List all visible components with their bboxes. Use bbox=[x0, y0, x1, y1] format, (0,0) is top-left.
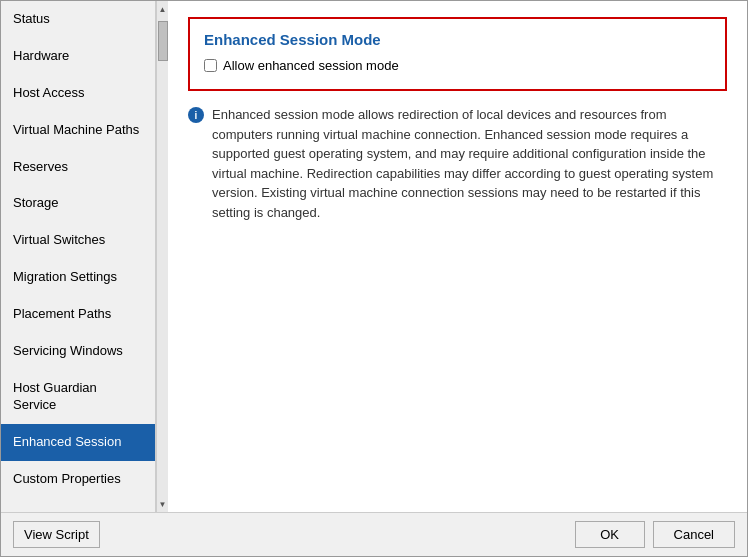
sidebar-item-storage[interactable]: Storage bbox=[1, 185, 155, 222]
sidebar-scrollbar[interactable]: ▲ ▼ bbox=[156, 1, 168, 512]
sidebar-item-reserves[interactable]: Reserves bbox=[1, 149, 155, 186]
info-icon: i bbox=[188, 107, 204, 123]
info-section: i Enhanced session mode allows redirecti… bbox=[188, 105, 727, 222]
content-inner: Enhanced Session Mode Allow enhanced ses… bbox=[168, 1, 747, 512]
sidebar-item-virtual-switches[interactable]: Virtual Switches bbox=[1, 222, 155, 259]
sidebar-item-servicing-windows[interactable]: Servicing Windows bbox=[1, 333, 155, 370]
sidebar-item-host-access[interactable]: Host Access bbox=[1, 75, 155, 112]
enhanced-session-section: Enhanced Session Mode Allow enhanced ses… bbox=[188, 17, 727, 91]
dialog-footer: View Script OK Cancel bbox=[1, 512, 747, 556]
sidebar-container: StatusHardwareHost AccessVirtual Machine… bbox=[1, 1, 168, 512]
cancel-button[interactable]: Cancel bbox=[653, 521, 735, 548]
ok-button[interactable]: OK bbox=[575, 521, 645, 548]
allow-enhanced-session-checkbox[interactable] bbox=[204, 59, 217, 72]
allow-enhanced-session-row: Allow enhanced session mode bbox=[204, 58, 711, 73]
footer-left: View Script bbox=[13, 521, 100, 548]
sidebar-item-hardware[interactable]: Hardware bbox=[1, 38, 155, 75]
sidebar-item-status[interactable]: Status bbox=[1, 1, 155, 38]
sidebar-item-virtual-machine-paths[interactable]: Virtual Machine Paths bbox=[1, 112, 155, 149]
scroll-up-arrow[interactable]: ▲ bbox=[157, 1, 169, 17]
footer-right: OK Cancel bbox=[575, 521, 735, 548]
sidebar: StatusHardwareHost AccessVirtual Machine… bbox=[1, 1, 156, 512]
sidebar-item-host-guardian-service[interactable]: Host Guardian Service bbox=[1, 370, 155, 424]
sidebar-item-custom-properties[interactable]: Custom Properties bbox=[1, 461, 155, 498]
dialog-body: StatusHardwareHost AccessVirtual Machine… bbox=[1, 1, 747, 512]
dialog: StatusHardwareHost AccessVirtual Machine… bbox=[0, 0, 748, 557]
allow-enhanced-session-label[interactable]: Allow enhanced session mode bbox=[223, 58, 399, 73]
section-title: Enhanced Session Mode bbox=[204, 31, 711, 48]
sidebar-item-placement-paths[interactable]: Placement Paths bbox=[1, 296, 155, 333]
sidebar-item-migration-settings[interactable]: Migration Settings bbox=[1, 259, 155, 296]
main-content: Enhanced Session Mode Allow enhanced ses… bbox=[168, 1, 747, 512]
scroll-down-arrow[interactable]: ▼ bbox=[157, 496, 169, 512]
scroll-thumb[interactable] bbox=[158, 21, 168, 61]
info-text: Enhanced session mode allows redirection… bbox=[212, 105, 727, 222]
view-script-button[interactable]: View Script bbox=[13, 521, 100, 548]
sidebar-item-enhanced-session[interactable]: Enhanced Session bbox=[1, 424, 155, 461]
